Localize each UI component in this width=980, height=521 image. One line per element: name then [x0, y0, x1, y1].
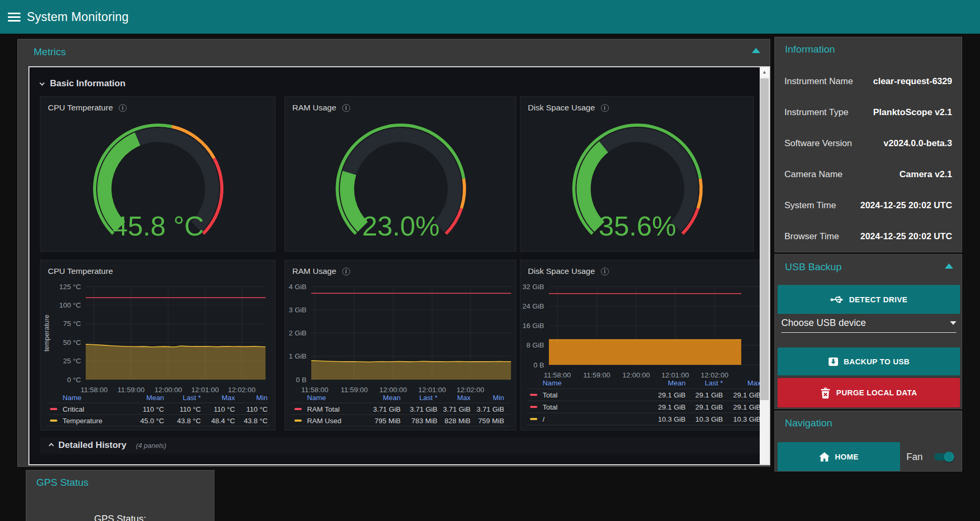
svg-text:100 °C: 100 °C [59, 301, 81, 309]
series-value: 10.3 GiB [527, 415, 761, 423]
navigation-card: Navigation HOME Fan [774, 411, 962, 472]
gps-status-label: GPS Status: [26, 514, 214, 521]
page-title: System Monitoring [27, 10, 129, 24]
info-row-value: 2024-12-25 20:02 UTC [860, 200, 952, 211]
gauge: 23.0% [285, 97, 517, 252]
metrics-collapse-icon[interactable] [752, 48, 760, 53]
svg-text:23.0%: 23.0% [362, 211, 440, 241]
chevron-right-icon [49, 443, 54, 448]
chevron-down-icon [950, 321, 956, 325]
navigation-title: Navigation [785, 417, 832, 429]
metrics-card: Metrics Basic InformationCPU Temperature… [17, 39, 770, 467]
gps-status-title: GPS Status [36, 477, 88, 488]
legend-header: NameMeanLast *MaxMin [527, 377, 761, 389]
info-row: Software Versionv2024.0.0-beta.3 [784, 138, 952, 149]
svg-text:45.8 °C: 45.8 °C [113, 211, 204, 241]
info-row-label: Browser Time [784, 231, 839, 242]
legend-row[interactable]: Temperature45.0 °C43.8 °C48.4 °C43.8 °C [47, 415, 270, 426]
information-card: Information Instrument Nameclear-request… [774, 37, 962, 252]
series-value: 43.8 °C [47, 416, 268, 424]
info-row: Instrument TypePlanktoScope v2.1 [784, 107, 952, 118]
section-panel-count: (4 panels) [136, 442, 166, 450]
svg-text:24 GiB: 24 GiB [523, 302, 544, 310]
usb-backup-collapse-icon[interactable] [945, 263, 953, 269]
series-value: 29.1 GiB [527, 403, 761, 411]
usb-icon [830, 294, 844, 305]
svg-text:temperature: temperature [43, 314, 50, 351]
information-title: Information [785, 44, 835, 55]
svg-text:3 GiB: 3 GiB [289, 306, 307, 314]
legend-table: NameMeanLast *MaxMinCritical110 °C110 °C… [47, 392, 270, 426]
dashboard-content: Basic InformationCPU Temperaturei45.8 °C… [29, 67, 761, 464]
series-value: 29.1 GiB [527, 391, 761, 399]
home-icon [819, 452, 830, 462]
svg-text:35.6%: 35.6% [599, 211, 676, 241]
home-button[interactable]: HOME [778, 442, 900, 471]
legend-row[interactable]: RAM Total3.71 GiB3.71 GiB3.71 GiB3.71 Gi… [291, 403, 511, 415]
fan-toggle-knob [944, 452, 954, 462]
gauge-panel-cpu-temperature: CPU Temperaturei45.8 °C [40, 96, 275, 252]
metrics-card-title: Metrics [34, 46, 66, 58]
section-detailed-history[interactable]: Detailed History(4 panels) [40, 437, 761, 454]
gauge: 45.8 °C [40, 97, 276, 252]
purge-local-data-button[interactable]: PURGE LOCAL DATA [778, 378, 960, 407]
svg-text:0 B: 0 B [534, 361, 544, 369]
info-row-label: Instrument Name [784, 76, 853, 87]
scroll-up-icon[interactable]: ▲ [760, 67, 769, 77]
info-row-value: Camera v2.1 [900, 169, 952, 180]
usb-device-select-value: Choose USB device [781, 318, 866, 329]
info-row: System Time2024-12-25 20:02 UTC [784, 200, 952, 211]
info-row: Camera NameCamera v2.1 [784, 169, 952, 180]
menu-icon[interactable] [8, 13, 21, 22]
legend-row[interactable]: Critical110 °C110 °C110 °C110 °C [47, 403, 270, 415]
backup-to-usb-button[interactable]: BACKUP TO USB [778, 348, 960, 375]
legend-row[interactable]: /10.3 GiB10.3 GiB10.3 GiB10.3 GiB [527, 413, 761, 425]
legend-col-header[interactable]: Min [47, 393, 268, 401]
backup-icon [828, 356, 839, 367]
svg-text:75 °C: 75 °C [63, 320, 81, 328]
trash-icon [821, 387, 830, 399]
legend-col-header[interactable]: Min [291, 393, 504, 401]
legend-table: NameMeanLast *MaxMinTotal29.1 GiB29.1 Gi… [527, 377, 761, 425]
svg-text:0 °C: 0 °C [67, 376, 81, 384]
purge-local-data-label: PURGE LOCAL DATA [836, 389, 917, 397]
gauge-panel-disk-space-usage: Disk Space Usagei35.6% [520, 96, 754, 252]
usb-device-select[interactable]: Choose USB device [781, 318, 956, 333]
svg-text:1 GiB: 1 GiB [289, 352, 307, 360]
info-row-value: v2024.0.0-beta.3 [884, 138, 952, 149]
section-basic-information[interactable]: Basic Information [40, 76, 755, 91]
svg-text:2 GiB: 2 GiB [289, 329, 307, 337]
gauge: 35.6% [520, 97, 754, 252]
series-value: 3.71 GiB [291, 405, 504, 413]
home-label: HOME [835, 453, 859, 461]
detect-drive-button[interactable]: DETECT DRIVE [778, 285, 960, 314]
svg-text:25 °C: 25 °C [63, 357, 81, 365]
info-row: Instrument Nameclear-request-6329 [784, 76, 952, 87]
topbar: System Monitoring [0, 0, 980, 34]
svg-text:32 GiB: 32 GiB [523, 283, 544, 291]
info-row-value: 2024-12-25 20:02 UTC [860, 231, 952, 242]
legend-row[interactable]: Total29.1 GiB29.1 GiB29.1 GiB29.1 GiB [527, 389, 761, 401]
svg-text:0 B: 0 B [296, 376, 307, 384]
legend-table: NameMeanLast *MaxMinRAM Total3.71 GiB3.7… [291, 392, 511, 426]
info-row-value: PlanktoScope v2.1 [873, 107, 952, 118]
svg-text:16 GiB: 16 GiB [523, 322, 544, 330]
info-row: Browser Time2024-12-25 20:02 UTC [784, 231, 952, 242]
chevron-down-icon [39, 80, 45, 86]
fan-label: Fan [906, 452, 923, 463]
series-value: 110 °C [47, 405, 268, 413]
legend-row[interactable]: RAM Used795 MiB783 MiB828 MiB759 MiB [291, 415, 511, 426]
legend-row[interactable]: Total29.1 GiB29.1 GiB29.1 GiB29.1 GiB [527, 401, 761, 413]
legend-header: NameMeanLast *MaxMin [291, 392, 511, 403]
series-value: 759 MiB [291, 416, 504, 424]
svg-text:125 °C: 125 °C [59, 283, 81, 291]
svg-text:8 GiB: 8 GiB [526, 341, 544, 349]
detect-drive-label: DETECT DRIVE [849, 295, 907, 304]
info-row-label: System Time [784, 200, 836, 211]
legend-col-header[interactable]: Min [527, 379, 761, 387]
scrollbar-thumb[interactable] [760, 78, 769, 400]
info-row-label: Software Version [784, 138, 852, 149]
dashboard-scrollbar[interactable]: ▲ [760, 67, 769, 464]
backup-to-usb-label: BACKUP TO USB [844, 357, 910, 366]
fan-toggle[interactable] [934, 453, 953, 461]
